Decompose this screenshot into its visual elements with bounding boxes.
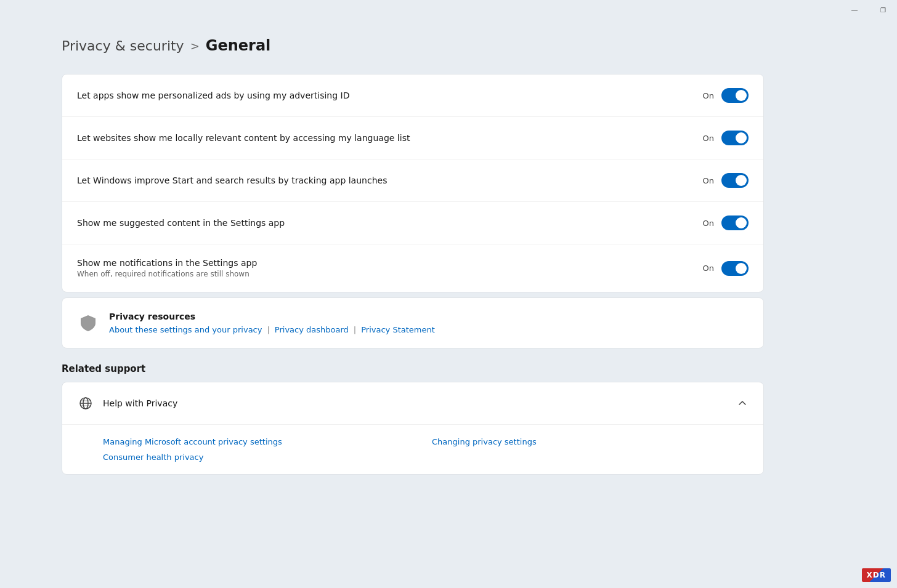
about-settings-link[interactable]: About these settings and your privacy [109, 325, 262, 334]
setting-label-app-launches: Let Windows improve Start and search res… [77, 175, 703, 185]
setting-right-advertising-id: On [703, 88, 749, 103]
toggle-advertising-id[interactable] [721, 88, 749, 103]
setting-row-notifications: Show me notifications in the Settings ap… [62, 244, 763, 292]
shield-icon [77, 312, 99, 334]
setting-label-notifications: Show me notifications in the Settings ap… [77, 258, 257, 268]
help-header[interactable]: Help with Privacy [62, 382, 763, 425]
privacy-resources-content: Privacy resources About these settings a… [109, 312, 749, 334]
setting-right-suggested-content: On [703, 215, 749, 230]
setting-right-app-launches: On [703, 173, 749, 188]
toggle-app-launches[interactable] [721, 173, 749, 188]
related-support-section: Related support Help with Privacy [62, 363, 764, 475]
privacy-resources-card: Privacy resources About these settings a… [62, 297, 764, 348]
window-controls: — ❐ [840, 0, 897, 20]
help-header-left: Help with Privacy [77, 395, 177, 412]
toggle-notifications[interactable] [721, 261, 749, 276]
main-content: Privacy & security > General Let apps sh… [0, 0, 813, 499]
minimize-button[interactable]: — [840, 0, 869, 20]
setting-status-notifications: On [703, 264, 714, 273]
setting-status-app-launches: On [703, 176, 714, 185]
setting-row-suggested-content: Show me suggested content in the Setting… [62, 202, 763, 244]
setting-sublabel-notifications: When off, required notifications are sti… [77, 270, 257, 278]
setting-status-suggested-content: On [703, 219, 714, 228]
breadcrumb: Privacy & security > General [62, 37, 764, 54]
globe-icon [77, 395, 94, 412]
setting-label-suggested-content: Show me suggested content in the Setting… [77, 218, 703, 228]
setting-row-language-list: Let websites show me locally relevant co… [62, 117, 763, 159]
change-privacy-link[interactable]: Changing privacy settings [432, 437, 749, 446]
setting-status-advertising-id: On [703, 91, 714, 100]
manage-privacy-link[interactable]: Managing Microsoft account privacy setti… [103, 437, 420, 446]
help-links-section: Managing Microsoft account privacy setti… [62, 425, 763, 474]
setting-right-notifications: On [703, 261, 749, 276]
consumer-health-link[interactable]: Consumer health privacy [103, 453, 420, 462]
separator-2: | [354, 325, 356, 334]
setting-label-advertising-id: Let apps show me personalized ads by usi… [77, 91, 703, 100]
xdr-watermark: XDR [862, 568, 891, 582]
privacy-links: About these settings and your privacy | … [109, 325, 749, 334]
chevron-up-icon [736, 397, 749, 409]
related-support-title: Related support [62, 363, 764, 374]
help-card: Help with Privacy Managing Microsoft acc… [62, 382, 764, 475]
setting-status-language-list: On [703, 134, 714, 143]
setting-label-language-list: Let websites show me locally relevant co… [77, 133, 703, 143]
privacy-resources-title: Privacy resources [109, 312, 749, 321]
breadcrumb-current: General [206, 37, 271, 54]
breadcrumb-separator: > [190, 39, 200, 52]
setting-row-advertising-id: Let apps show me personalized ads by usi… [62, 75, 763, 117]
maximize-button[interactable]: ❐ [869, 0, 897, 20]
setting-right-language-list: On [703, 131, 749, 145]
toggle-suggested-content[interactable] [721, 215, 749, 230]
privacy-dashboard-link[interactable]: Privacy dashboard [275, 325, 349, 334]
breadcrumb-parent: Privacy & security [62, 38, 184, 54]
help-title: Help with Privacy [103, 398, 177, 408]
settings-card: Let apps show me personalized ads by usi… [62, 74, 764, 292]
privacy-statement-link[interactable]: Privacy Statement [361, 325, 435, 334]
separator-1: | [267, 325, 269, 334]
setting-row-app-launches: Let Windows improve Start and search res… [62, 159, 763, 202]
setting-label-group-notifications: Show me notifications in the Settings ap… [77, 258, 257, 278]
toggle-language-list[interactable] [721, 131, 749, 145]
